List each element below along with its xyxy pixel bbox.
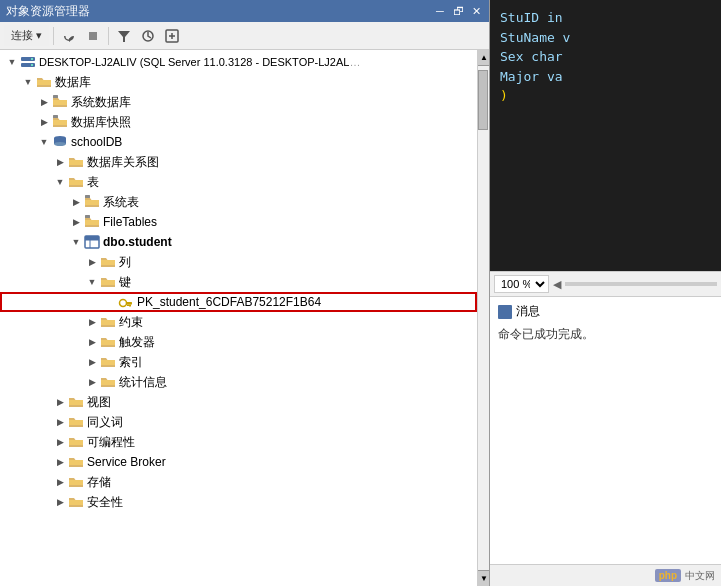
stats-folder[interactable]: ▶ 统计信息 (0, 372, 477, 392)
refresh-button[interactable] (58, 25, 80, 47)
object-explorer-panel: 对象资源管理器 ─ 🗗 ✕ 连接 ▾ (0, 0, 490, 586)
schooldb-node[interactable]: ▼ schoolDB (0, 132, 477, 152)
output-icon (498, 305, 512, 319)
expand-storage[interactable]: ▶ (52, 474, 68, 490)
storage-folder[interactable]: ▶ 存储 (0, 472, 477, 492)
tree-container[interactable]: ▼ DESKTOP-LJ2ALIV (SQL Server 11.0.3128 … (0, 50, 477, 586)
filter-icon (116, 28, 132, 44)
system-db-label: 系统数据库 (71, 94, 131, 111)
expand-dbo-student[interactable]: ▼ (68, 234, 84, 250)
file-tables-folder[interactable]: ▶ FileTables (0, 212, 477, 232)
close-button[interactable]: ✕ (469, 5, 483, 18)
pin-button[interactable]: ─ (433, 5, 447, 18)
columns-label: 列 (119, 254, 131, 271)
views-folder[interactable]: ▶ 视图 (0, 392, 477, 412)
expand-constraints[interactable]: ▶ (84, 314, 100, 330)
expand-server[interactable]: ▼ (4, 54, 20, 70)
expand-pk[interactable] (102, 294, 118, 310)
programmability-folder[interactable]: ▶ 可编程性 (0, 432, 477, 452)
expand-databases[interactable]: ▼ (20, 74, 36, 90)
expand-sys-tables[interactable]: ▶ (68, 194, 84, 210)
expand-triggers[interactable]: ▶ (84, 334, 100, 350)
new-button[interactable] (161, 25, 183, 47)
server-node[interactable]: ▼ DESKTOP-LJ2ALIV (SQL Server 11.0.3128 … (0, 52, 477, 72)
databases-folder[interactable]: ▼ 数据库 (0, 72, 477, 92)
programmability-label: 可编程性 (87, 434, 135, 451)
expand-schooldb[interactable]: ▼ (36, 134, 52, 150)
sync-button[interactable] (137, 25, 159, 47)
constraints-folder[interactable]: ▶ 约束 (0, 312, 477, 332)
svg-rect-15 (85, 195, 90, 198)
folder-icon-storage (68, 474, 84, 490)
svg-marker-1 (118, 31, 130, 42)
svg-point-9 (31, 64, 33, 66)
title-bar-buttons: ─ 🗗 ✕ (433, 5, 483, 18)
folder-icon-triggers (100, 334, 116, 350)
expand-columns[interactable]: ▶ (84, 254, 100, 270)
expand-stats[interactable]: ▶ (84, 374, 100, 390)
expand-programmability[interactable]: ▶ (52, 434, 68, 450)
expand-file-tables[interactable]: ▶ (68, 214, 84, 230)
key-icon-pk (118, 294, 134, 310)
security-folder[interactable]: ▶ 安全性 (0, 492, 477, 512)
table-icon-student (84, 234, 100, 250)
svg-point-8 (31, 58, 33, 60)
server-icon (20, 54, 36, 70)
svg-rect-20 (85, 236, 99, 240)
tables-folder[interactable]: ▼ 表 (0, 172, 477, 192)
zoom-slider[interactable] (565, 282, 717, 286)
expand-synonyms[interactable]: ▶ (52, 414, 68, 430)
expand-sysdb[interactable]: ▶ (36, 94, 52, 110)
svg-rect-22 (126, 302, 132, 305)
expand-snapshot[interactable]: ▶ (36, 114, 52, 130)
columns-folder[interactable]: ▶ 列 (0, 252, 477, 272)
triggers-folder[interactable]: ▶ 触发器 (0, 332, 477, 352)
databases-label: 数据库 (55, 74, 91, 91)
php-badge: php (655, 569, 681, 582)
expand-diagram[interactable]: ▶ (52, 154, 68, 170)
system-db-folder[interactable]: ▶ 系统数据库 (0, 92, 477, 112)
expand-views[interactable]: ▶ (52, 394, 68, 410)
expand-service-broker[interactable]: ▶ (52, 454, 68, 470)
site-text: 中文网 (685, 569, 715, 583)
code-line-4: Major va (500, 67, 711, 87)
pk-student-node[interactable]: PK_student_6CDFAB75212F1B64 (0, 292, 477, 312)
db-snapshot-folder[interactable]: ▶ 数据库快照 (0, 112, 477, 132)
separator-1 (53, 27, 54, 45)
indexes-folder[interactable]: ▶ 索引 (0, 352, 477, 372)
sync-icon (140, 28, 156, 44)
tree-wrapper: ▼ DESKTOP-LJ2ALIV (SQL Server 11.0.3128 … (0, 50, 489, 586)
expand-keys[interactable]: ▼ (84, 274, 100, 290)
storage-label: 存储 (87, 474, 111, 491)
keys-folder[interactable]: ▼ 键 (0, 272, 477, 292)
folder-icon-indexes (100, 354, 116, 370)
triggers-label: 触发器 (119, 334, 155, 351)
code-line-2: StuName v (500, 28, 711, 48)
panel-title: 对象资源管理器 (6, 3, 90, 20)
expand-security[interactable]: ▶ (52, 494, 68, 510)
right-panel: StuID in StuName v Sex char Major va ) 1… (490, 0, 721, 586)
tree-scrollbar[interactable]: ▲ ▼ (477, 50, 489, 586)
expand-tables[interactable]: ▼ (52, 174, 68, 190)
synonyms-label: 同义词 (87, 414, 123, 431)
scroll-down[interactable]: ▼ (478, 570, 489, 586)
keys-label: 键 (119, 274, 131, 291)
db-diagram-folder[interactable]: ▶ 数据库关系图 (0, 152, 477, 172)
zoom-select[interactable]: 100 % (494, 275, 549, 293)
synonyms-folder[interactable]: ▶ 同义词 (0, 412, 477, 432)
stop-button[interactable] (82, 25, 104, 47)
sys-tables-folder[interactable]: ▶ 系统表 (0, 192, 477, 212)
schooldb-label: schoolDB (71, 135, 122, 149)
folder-icon-databases (36, 74, 52, 90)
filter-button[interactable] (113, 25, 135, 47)
service-broker-folder[interactable]: ▶ Service Broker (0, 452, 477, 472)
folder-icon-snapshot (52, 114, 68, 130)
folder-icon-views (68, 394, 84, 410)
dbo-student-node[interactable]: ▼ dbo.student (0, 232, 477, 252)
scroll-up[interactable]: ▲ (478, 50, 489, 66)
connect-button[interactable]: 连接 ▾ (4, 25, 49, 46)
float-button[interactable]: 🗗 (451, 5, 465, 18)
output-tab-label[interactable]: 消息 (516, 303, 540, 320)
expand-indexes[interactable]: ▶ (84, 354, 100, 370)
scroll-thumb[interactable] (478, 70, 488, 130)
